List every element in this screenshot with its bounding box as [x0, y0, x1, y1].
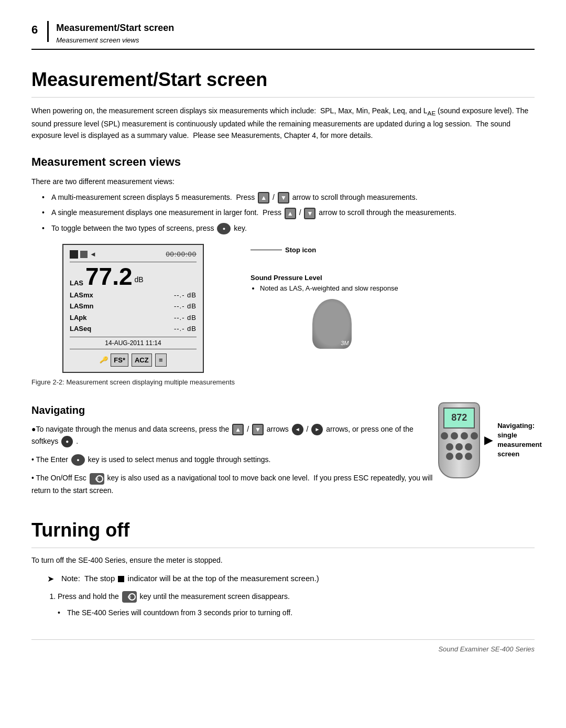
- nav-right-arrow: ▶ Navigating: single measurement screen: [484, 421, 547, 459]
- turning-off-bullet-1: The SE-400 Series will countdown from 3 …: [58, 607, 535, 618]
- screen-row-lasmx: LASmx --.- dB: [70, 290, 197, 301]
- page-header: 6 Measurement/Start screen Measurement s…: [31, 21, 535, 50]
- screen-mockup: ◄ 00:00:00 LAS 77.2 dB LASmx --.- dB LAS…: [62, 244, 204, 373]
- dev-grid-btn-6: [465, 453, 472, 460]
- footer: Sound Examiner SE-400 Series: [31, 639, 535, 655]
- device-btns-top: [441, 432, 478, 440]
- turning-off-title: Turning off: [31, 516, 535, 548]
- measurement-views-list: A multi-measurement screen displays 5 me…: [31, 191, 535, 234]
- screen-date: 14-AUG-2011 11:14: [70, 337, 197, 349]
- device-btns-grid: [446, 443, 472, 460]
- bullet-item-3: To toggle between the two types of scree…: [42, 222, 535, 234]
- note-arrow-icon: ➤: [47, 573, 54, 585]
- dev-grid-btn-5: [455, 453, 463, 460]
- note-text: Note: The stop indicator will be at the …: [61, 573, 319, 585]
- header-bar: [47, 21, 49, 42]
- turning-off-bullets: The SE-400 Series will countdown from 3 …: [31, 607, 535, 618]
- arrow-right-symbol: ▶: [484, 432, 492, 448]
- dev-grid-btn-4: [446, 453, 453, 460]
- nav-left-icon: ◄: [292, 424, 303, 435]
- figure-area: ◄ 00:00:00 LAS 77.2 dB LASmx --.- dB LAS…: [31, 244, 535, 397]
- navigating-right-label: Navigating: single measurement screen: [494, 421, 547, 459]
- dev-grid-btn-3: [465, 443, 472, 451]
- spl-value: 77.2: [85, 264, 133, 288]
- nav-right-icon: ►: [311, 424, 323, 435]
- header-subtitle: Measurement screen views: [56, 35, 174, 46]
- back-arrow: ◄: [90, 249, 96, 260]
- measurement-views-title: Measurement screen views: [31, 153, 535, 170]
- turning-off-steps: Press and hold the ⊛ key until the measu…: [31, 591, 535, 603]
- stop-icon-sq: [70, 250, 78, 259]
- enter-key-icon: ●: [71, 454, 85, 466]
- header-title: Measurement/Start screen: [56, 21, 174, 35]
- softkey-menu: ≡: [155, 354, 167, 367]
- figure-caption: Figure 2-2: Measurement screen displayin…: [31, 377, 235, 388]
- spl-callout-label: Sound Pressure Level: [251, 274, 322, 282]
- turning-off-intro: To turn off the SE-400 Series, ensure th…: [31, 554, 535, 566]
- dev-btn-2: [451, 432, 458, 440]
- screen-row-lasmn: LASmn --.- dB: [70, 301, 197, 312]
- toggle-key-icon: ●: [217, 223, 231, 234]
- footer-text: Sound Examiner SE-400 Series: [438, 645, 535, 653]
- callout-area: Stop icon Sound Pressure Level Noted as …: [251, 244, 398, 352]
- step-1: Press and hold the ⊛ key until the measu…: [58, 591, 535, 603]
- navigating-title: Navigating: [31, 402, 440, 418]
- navigating-body3: • The On/Off Esc ⊛ key is also used as a…: [31, 472, 440, 496]
- up-arrow-icon: ▲: [258, 192, 269, 204]
- bullet-item-2: A single measurement displays one measur…: [42, 207, 535, 219]
- screen-row-laseq: LASeq --.- dB: [70, 323, 197, 335]
- spl-unit: dB: [135, 274, 144, 285]
- spl-callout-desc: Noted as LAS, A-weighted and slow respon…: [260, 283, 398, 294]
- nav-right-row: 872: [438, 402, 547, 478]
- microphone-image: 3M: [312, 299, 352, 349]
- device-screen: 872: [443, 408, 475, 429]
- screen-time: 00:00:00: [166, 249, 197, 260]
- intro-text: When powering on, the measurement screen…: [31, 105, 535, 142]
- stop-square-icon: [118, 576, 124, 582]
- key-icon-lock: 🔑: [100, 355, 107, 365]
- dev-btn-3: [461, 432, 468, 440]
- screen-icons: ◄: [70, 249, 96, 260]
- microphone-figure: 3M: [266, 299, 398, 352]
- dev-grid-btn-2: [455, 443, 463, 451]
- screen-row-lapk: LApk --.- dB: [70, 312, 197, 324]
- screen-bottom-icons: 🔑 FS* ACZ ≡: [70, 351, 197, 367]
- callout-spl: Sound Pressure Level Noted as LAS, A-wei…: [251, 272, 398, 294]
- navigating-area: Navigating ●To navigate through the menu…: [31, 402, 535, 501]
- rec-icon-sq: [80, 251, 88, 258]
- navigating-body2: • The Enter ● key is used to select menu…: [31, 454, 440, 466]
- softkey-icon-nav: ●: [61, 436, 73, 447]
- esc-key-icon: ⊛: [90, 473, 104, 485]
- navigating-right: 872: [451, 402, 535, 478]
- bullet-item-1: A multi-measurement screen displays 5 me…: [42, 191, 535, 204]
- spl-row: LAS 77.2 dB: [70, 264, 197, 288]
- hold-key-icon: ⊛: [122, 591, 137, 603]
- device-outer: 872: [438, 402, 480, 478]
- nav-down-icon: ▼: [252, 424, 264, 435]
- main-section-title: Measurement/Start screen: [31, 66, 535, 98]
- measurement-views-intro: There are two different measurement view…: [31, 176, 535, 187]
- nav-up-icon: ▲: [232, 424, 244, 435]
- spl-label: LAS: [70, 278, 83, 288]
- stop-icon-label: Stop icon: [285, 246, 316, 254]
- navigating-text: Navigating ●To navigate through the menu…: [31, 402, 440, 501]
- dev-btn-1: [441, 432, 448, 440]
- screen-mockup-container: ◄ 00:00:00 LAS 77.2 dB LASmx --.- dB LAS…: [31, 244, 235, 397]
- header-text: Measurement/Start screen Measurement scr…: [56, 21, 174, 46]
- callout-stop: Stop icon: [251, 244, 398, 256]
- navigating-body1: ●To navigate through the menus and data …: [31, 423, 440, 448]
- up-arrow-icon-2: ▲: [285, 208, 296, 219]
- dev-grid-btn-1: [446, 443, 453, 451]
- dev-btn-4: [471, 432, 478, 440]
- down-arrow-icon: ▼: [278, 192, 289, 204]
- softkey-acz: ACZ: [132, 354, 152, 367]
- turning-off-note: ➤ Note: The stop indicator will be at th…: [31, 573, 535, 585]
- softkey-fs: FS*: [111, 354, 128, 367]
- down-arrow-icon-2: ▼: [304, 208, 315, 219]
- screen-top-bar: ◄ 00:00:00: [70, 249, 197, 262]
- device-drawing: 872: [438, 402, 480, 478]
- page-number: 6: [31, 21, 38, 38]
